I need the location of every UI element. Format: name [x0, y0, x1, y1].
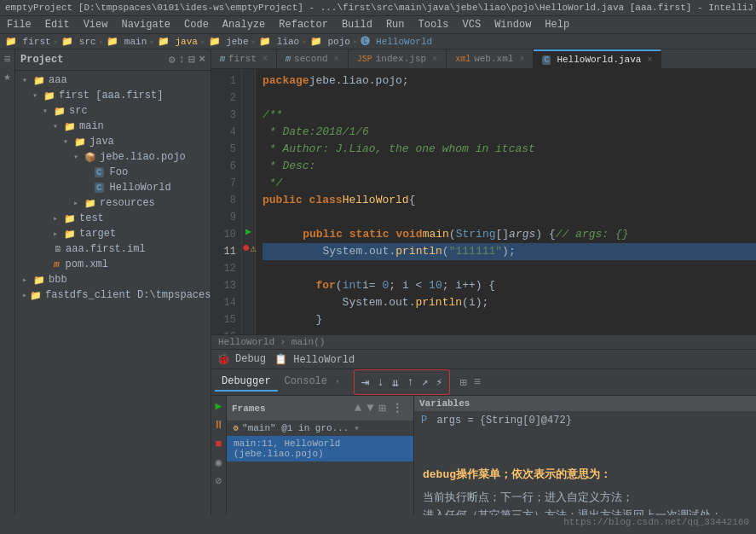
variables-content: P args = {String[0]@472} — [414, 411, 756, 461]
breadcrumb-helloworld[interactable]: 🅒 HelloWorld — [361, 36, 432, 47]
tree-item-aaa[interactable]: ▾ 📁 aaa — [15, 73, 211, 88]
tab-helloworld-close[interactable]: × — [647, 55, 652, 65]
menu-item-vcs[interactable]: VCS — [459, 18, 485, 32]
menu-item-edit[interactable]: Edit — [42, 18, 73, 32]
step-over-btn[interactable]: ⇥ — [358, 372, 373, 392]
debug-text-area: debug操作菜单；依次表示的意思为： 当前执行断点；下一行；进入自定义方法； … — [414, 461, 756, 515]
action-btn-2[interactable]: ★ — [1, 69, 14, 83]
breadcrumb-main[interactable]: 📁 main — [107, 36, 147, 47]
force-step-into-btn[interactable]: ⇊ — [389, 374, 402, 392]
resume-btn[interactable]: ▶ — [212, 399, 226, 413]
tab-second[interactable]: m second × — [277, 49, 349, 68]
tab-helloworld[interactable]: C HelloWorld.java × — [534, 49, 661, 68]
tree-label-first: first [aaa.first] — [59, 90, 163, 102]
tree-item-main[interactable]: ▾ 📁 main — [15, 119, 211, 134]
breadcrumb-first[interactable]: 📁 first — [5, 36, 51, 47]
action-btn-1[interactable]: ≡ — [1, 53, 14, 67]
debug-window-label: 📋 HelloWorld — [274, 353, 355, 366]
tab-first-label: first — [228, 54, 257, 64]
menu-item-help[interactable]: Help — [541, 18, 573, 32]
tab-helloworld-label: HelloWorld.java — [557, 55, 641, 65]
gi-8 — [242, 189, 255, 206]
restore-layout-btn[interactable]: ⊞ — [457, 374, 469, 391]
tab-second-close[interactable]: × — [334, 55, 339, 64]
pause-btn[interactable]: ⏸ — [212, 418, 226, 432]
code-content[interactable]: package jebe.liao.pojo; /** * Date:2018/… — [256, 69, 756, 334]
code-line-16 — [263, 328, 756, 334]
code-editor[interactable]: 1 2 3 4 5 6 7 8 9 10 11 12 13 14 15 16 1… — [211, 69, 756, 334]
evaluate-btn[interactable]: ⚡ — [432, 374, 446, 391]
run-to-cursor-btn[interactable]: ↗ — [418, 374, 432, 391]
tab-indexjsp[interactable]: JSP index.jsp × — [349, 49, 447, 68]
mute-breakpoints-btn[interactable]: ⊘ — [212, 474, 226, 488]
tab-webxml[interactable]: xml web.xml × — [447, 49, 534, 68]
ln-15: 15 — [215, 311, 236, 328]
thread-dropdown[interactable]: ▾ — [354, 423, 359, 433]
frame-copy-btn[interactable]: ⋮ — [390, 400, 405, 416]
tree-item-src[interactable]: ▾ 📁 src — [15, 103, 211, 119]
menu-item-file[interactable]: File — [3, 18, 35, 32]
folder-icon-main: 📁 — [64, 121, 76, 132]
project-scroll-icon[interactable]: ↕ — [179, 53, 186, 67]
settings-btn[interactable]: ≡ — [471, 374, 483, 391]
tab-webxml-close[interactable]: × — [519, 55, 524, 64]
tree-item-foo[interactable]: C Foo — [15, 165, 211, 180]
tree-item-resources[interactable]: ▸ 📁 resources — [15, 195, 211, 211]
tab-first-close[interactable]: × — [263, 55, 268, 64]
tree-item-fastdfs[interactable]: ▸ 📁 fastdfs_client D:\tmpspaces\0101\ide… — [15, 287, 211, 303]
folder-icon-target: 📁 — [64, 229, 76, 240]
tree-item-target[interactable]: ▸ 📁 target — [15, 226, 211, 241]
tab-indexjsp-close[interactable]: × — [432, 55, 437, 64]
breadcrumb-liao[interactable]: 📁 liao — [259, 36, 299, 47]
ln-7: 7 — [215, 175, 236, 192]
frame-down-btn[interactable]: ▼ — [365, 400, 375, 416]
menu-item-code[interactable]: Code — [181, 18, 212, 32]
tree-item-iml[interactable]: 🗎 aaa.first.iml — [15, 241, 211, 257]
menu-item-refactor[interactable]: Refactor — [275, 18, 332, 32]
tree-item-pkg[interactable]: ▾ 📦 jebe.liao.pojo — [15, 149, 211, 165]
tree-label-iml: aaa.first.iml — [66, 243, 146, 255]
project-collapse-icon[interactable]: ⊟ — [188, 53, 195, 67]
tree-arrow-src: ▾ — [43, 106, 51, 116]
debug-text-line1: 当前执行断点；下一行；进入自定义方法； — [423, 490, 747, 508]
step-into-btn[interactable]: ↓ — [373, 374, 387, 391]
breadcrumb-src[interactable]: 📁 src — [61, 36, 95, 47]
breadcrumb-jebe[interactable]: 📁 jebe — [209, 36, 249, 47]
stop-btn[interactable]: ■ — [212, 437, 226, 450]
frame-main-helloworld[interactable]: main:11, HelloWorld (jebe.liao.pojo) — [227, 436, 413, 461]
menu-item-window[interactable]: Window — [491, 18, 534, 32]
menu-item-view[interactable]: View — [80, 18, 112, 32]
menu-bar: FileEditViewNavigateCodeAnalyzeRefactorB… — [0, 16, 756, 34]
tree-label-bbb: bbb — [49, 274, 67, 286]
menu-item-build[interactable]: Build — [338, 18, 376, 32]
project-close-icon[interactable]: × — [199, 53, 205, 67]
view-breakpoints-btn[interactable]: ◉ — [212, 456, 226, 469]
step-out-btn[interactable]: ↑ — [403, 374, 417, 391]
debug-tab-console[interactable]: Console ▾ — [278, 373, 347, 392]
code-line-1: package jebe.liao.pojo; — [263, 73, 756, 90]
left-action-bar: ≡ ★ — [0, 49, 15, 515]
tree-item-first[interactable]: ▾ 📁 first [aaa.first] — [15, 88, 211, 103]
debug-tab-debugger[interactable]: Debugger — [215, 373, 278, 392]
frame-thread-main[interactable]: ⚙ "main" @1 in gro... ▾ — [227, 421, 413, 436]
tree-item-helloworld[interactable]: C HelloWorld — [15, 180, 211, 195]
tree-label-helloworld: HelloWorld — [110, 182, 171, 194]
tree-item-bbb[interactable]: ▸ 📁 bbb — [15, 272, 211, 287]
tree-label-target: target — [79, 228, 116, 240]
tree-item-java[interactable]: ▾ 📁 java — [15, 134, 211, 149]
menu-item-run[interactable]: Run — [383, 18, 408, 32]
menu-item-tools[interactable]: Tools — [415, 18, 453, 32]
menu-item-navigate[interactable]: Navigate — [118, 18, 174, 32]
tree-item-pomxml[interactable]: m pom.xml — [15, 257, 211, 272]
menu-item-analyze[interactable]: Analyze — [219, 18, 268, 32]
breadcrumb-pojo[interactable]: 📁 pojo — [310, 36, 350, 47]
tab-first[interactable]: m first × — [211, 49, 277, 68]
console-dropdown[interactable]: ▾ — [335, 378, 339, 386]
breadcrumb-java[interactable]: 📁 java — [158, 36, 198, 47]
frame-filter-btn[interactable]: ⊞ — [378, 400, 388, 416]
tree-label-pkg: jebe.liao.pojo — [100, 151, 186, 163]
tree-item-test[interactable]: ▸ 📁 test — [15, 211, 211, 226]
project-gear-icon[interactable]: ⚙ — [169, 53, 176, 67]
frame-up-btn[interactable]: ▲ — [353, 400, 363, 416]
frame-controls: ▲ ▼ ⊞ ⋮ — [349, 398, 408, 418]
